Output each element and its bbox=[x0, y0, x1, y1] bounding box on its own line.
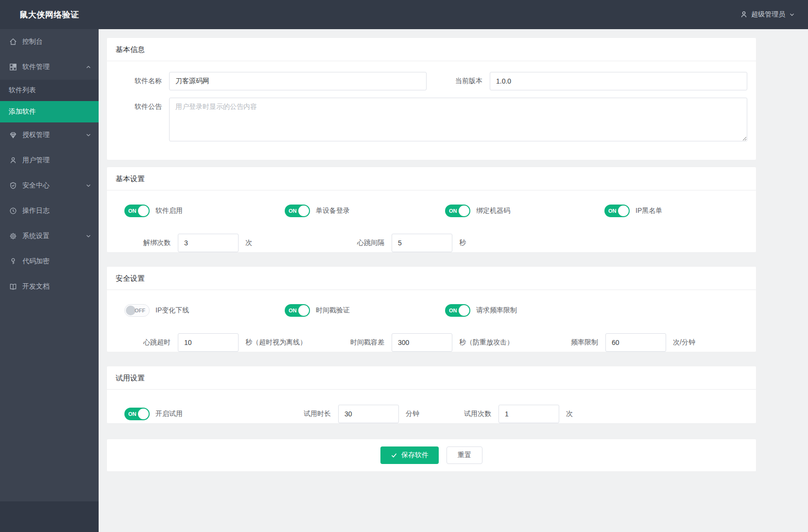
toggle-ip-change-offline[interactable]: OFF IP变化下线 bbox=[124, 304, 189, 317]
toggle-switch[interactable]: ON bbox=[285, 205, 310, 217]
chevron-down-icon bbox=[85, 233, 92, 240]
apps-grid-icon bbox=[9, 63, 17, 71]
sidebar-item-label: 代码加密 bbox=[22, 257, 50, 266]
trial-count-input[interactable] bbox=[499, 405, 559, 423]
sidebar-item-label: 开发文档 bbox=[22, 282, 50, 291]
toggle-software-enabled[interactable]: ON 软件启用 bbox=[124, 205, 183, 217]
section-title-basic-settings: 基本设置 bbox=[107, 167, 756, 190]
sidebar-item-label: 控制台 bbox=[22, 37, 43, 46]
heartbeat-interval-input[interactable] bbox=[392, 234, 452, 252]
sidebar-footer bbox=[0, 501, 99, 532]
basic-settings-card: 基本设置 ON 软件启用 ON 单设备登录 ON 绑定机器码 ON IP黑名单 bbox=[107, 167, 756, 252]
save-software-button[interactable]: 保存软件 bbox=[380, 446, 439, 464]
sidebar-item-software-management[interactable]: 软件管理 bbox=[0, 54, 99, 80]
app-title: 鼠大侠网络验证 bbox=[0, 9, 99, 20]
home-icon bbox=[9, 38, 17, 46]
toggle-bind-machine-code[interactable]: ON 绑定机器码 bbox=[445, 205, 510, 217]
software-management-submenu: 软件列表 添加软件 bbox=[0, 80, 99, 122]
toggle-timestamp-verification[interactable]: ON 时间戳验证 bbox=[285, 304, 350, 317]
chevron-down-icon bbox=[85, 132, 92, 138]
sidebar-item-user-management[interactable]: 用户管理 bbox=[0, 148, 99, 173]
sidebar-item-operation-log[interactable]: 操作日志 bbox=[0, 198, 99, 223]
basic-settings-toggle-row: ON 软件启用 ON 单设备登录 ON 绑定机器码 ON IP黑名单 bbox=[116, 205, 747, 217]
users-icon bbox=[9, 156, 17, 164]
toggle-switch[interactable]: ON bbox=[124, 408, 150, 420]
sidebar-item-add-software[interactable]: 添加软件 bbox=[0, 101, 99, 122]
sidebar-nav: 控制台 软件管理 软件列表 添加软件 授权管理 用户管理 安全中心 bbox=[0, 29, 99, 501]
section-title-trial-settings: 试用设置 bbox=[107, 366, 756, 390]
notice-label: 软件公告 bbox=[116, 103, 162, 111]
key-icon bbox=[9, 257, 17, 265]
toggle-ip-blacklist[interactable]: ON IP黑名单 bbox=[604, 205, 662, 217]
chevron-down-icon bbox=[789, 11, 795, 18]
section-title-basic-info: 基本信息 bbox=[107, 38, 756, 61]
sidebar-item-license-management[interactable]: 授权管理 bbox=[0, 122, 99, 148]
unbind-count-input[interactable] bbox=[178, 234, 239, 252]
heartbeat-timeout-field: 心跳超时 秒（超时视为离线） bbox=[124, 333, 307, 352]
sidebar-item-label: 软件列表 bbox=[9, 86, 36, 95]
sidebar-item-code-encryption[interactable]: 代码加密 bbox=[0, 249, 99, 274]
security-settings-field-row: 心跳超时 秒（超时视为离线） 时间戳容差 秒（防重放攻击） 频率限制 次/分钟 bbox=[116, 333, 747, 352]
rate-limit-field: 频率限制 次/分钟 bbox=[552, 333, 695, 352]
check-icon bbox=[391, 452, 397, 459]
gear-icon bbox=[9, 232, 17, 240]
unbind-count-field: 解绑次数 次 bbox=[124, 234, 252, 252]
software-name-label: 软件名称 bbox=[116, 77, 162, 86]
rate-limit-input[interactable] bbox=[605, 333, 666, 352]
timestamp-tolerance-field: 时间戳容差 秒（防重放攻击） bbox=[338, 333, 514, 352]
trial-duration-field: 试用时长 分钟 bbox=[285, 405, 419, 423]
timestamp-tolerance-input[interactable] bbox=[392, 333, 452, 352]
reset-button[interactable]: 重置 bbox=[447, 446, 482, 464]
basic-info-card: 基本信息 软件名称 当前版本 软件公告 bbox=[107, 38, 756, 160]
heartbeat-interval-field: 心跳间隔 秒 bbox=[338, 234, 466, 252]
version-label: 当前版本 bbox=[427, 77, 482, 86]
book-icon bbox=[9, 283, 17, 291]
trial-duration-input[interactable] bbox=[338, 405, 399, 423]
heartbeat-timeout-input[interactable] bbox=[178, 333, 239, 352]
section-title-security-settings: 安全设置 bbox=[107, 267, 756, 290]
sidebar-item-label: 软件管理 bbox=[22, 63, 50, 71]
sidebar-item-label: 操作日志 bbox=[22, 206, 50, 215]
user-icon bbox=[740, 11, 748, 18]
software-name-input[interactable] bbox=[169, 72, 427, 90]
toggle-rate-limit[interactable]: ON 请求频率限制 bbox=[445, 304, 517, 317]
version-input[interactable] bbox=[490, 72, 747, 90]
actions-card: 保存软件 重置 bbox=[107, 439, 756, 471]
sidebar-item-label: 添加软件 bbox=[9, 107, 36, 116]
sidebar-item-dev-docs[interactable]: 开发文档 bbox=[0, 274, 99, 299]
sidebar-item-label: 授权管理 bbox=[22, 131, 50, 139]
user-menu[interactable]: 超级管理员 bbox=[740, 10, 808, 19]
sidebar-item-label: 安全中心 bbox=[22, 181, 50, 190]
toggle-switch[interactable]: ON bbox=[285, 304, 310, 317]
notice-textarea[interactable] bbox=[169, 98, 747, 141]
toggle-switch[interactable]: ON bbox=[445, 304, 470, 317]
sidebar-item-label: 系统设置 bbox=[22, 232, 50, 240]
toggle-switch[interactable]: ON bbox=[445, 205, 470, 217]
trial-settings-card: 试用设置 ON 开启试用 试用时长 分钟 试用次数 次 bbox=[107, 366, 756, 423]
chevron-down-icon bbox=[85, 182, 92, 189]
basic-settings-field-row: 解绑次数 次 心跳间隔 秒 bbox=[116, 234, 747, 252]
toggle-trial-enabled[interactable]: ON 开启试用 bbox=[124, 408, 183, 420]
toggle-switch[interactable]: OFF bbox=[124, 304, 150, 317]
sidebar-item-security-center[interactable]: 安全中心 bbox=[0, 173, 99, 198]
sidebar-item-label: 用户管理 bbox=[22, 156, 50, 165]
trial-settings-row: ON 开启试用 试用时长 分钟 试用次数 次 bbox=[116, 405, 747, 423]
toggle-switch[interactable]: ON bbox=[124, 205, 150, 217]
toggle-switch[interactable]: ON bbox=[604, 205, 630, 217]
chevron-up-icon bbox=[85, 64, 92, 70]
toggle-single-device-login[interactable]: ON 单设备登录 bbox=[285, 205, 350, 217]
clock-icon bbox=[9, 207, 17, 215]
trial-count-field: 试用次数 次 bbox=[445, 405, 573, 423]
sidebar-item-system-settings[interactable]: 系统设置 bbox=[0, 223, 99, 249]
sidebar-item-software-list[interactable]: 软件列表 bbox=[0, 80, 99, 101]
gem-icon bbox=[9, 131, 17, 139]
security-settings-toggle-row: OFF IP变化下线 ON 时间戳验证 ON 请求频率限制 bbox=[116, 304, 747, 317]
top-bar: 鼠大侠网络验证 超级管理员 bbox=[0, 0, 808, 29]
sidebar-item-console[interactable]: 控制台 bbox=[0, 29, 99, 54]
user-name: 超级管理员 bbox=[751, 10, 785, 19]
sidebar: 控制台 软件管理 软件列表 添加软件 授权管理 用户管理 安全中心 bbox=[0, 29, 99, 532]
shield-check-icon bbox=[9, 182, 17, 189]
main-content: 基本信息 软件名称 当前版本 软件公告 基本设置 ON 软件启用 bbox=[99, 29, 808, 532]
security-settings-card: 安全设置 OFF IP变化下线 ON 时间戳验证 ON 请求频率限制 心跳超时 bbox=[107, 267, 756, 352]
